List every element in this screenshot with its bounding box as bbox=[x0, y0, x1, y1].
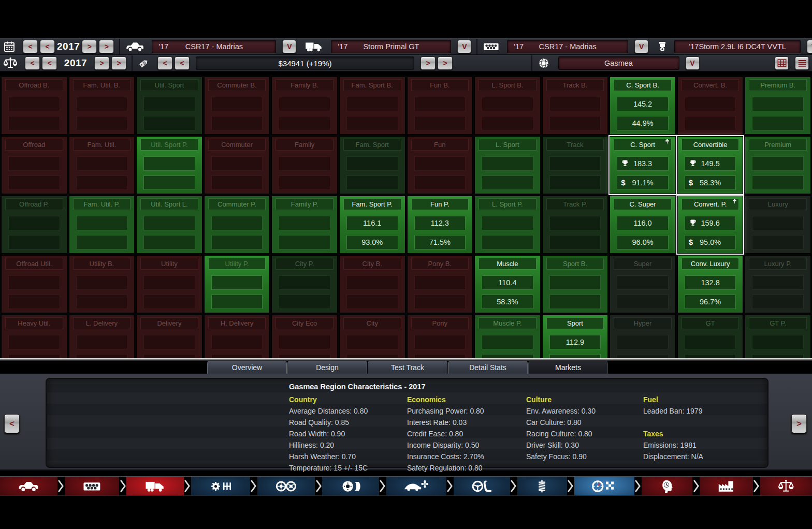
market-cell-fam-sport-p[interactable]: Fam. Sport P.116.193.0% bbox=[339, 196, 405, 254]
nav-item-brakes[interactable] bbox=[322, 477, 379, 495]
region-dropdown-button[interactable]: V bbox=[686, 56, 700, 70]
grid-view-button[interactable] bbox=[775, 56, 789, 70]
market-cell-util-sport[interactable]: Util. Sport bbox=[136, 77, 202, 135]
market-cell-utility[interactable]: Utility bbox=[136, 255, 202, 313]
price-up-fast-button[interactable]: > bbox=[438, 56, 453, 70]
market-cell-util-sport-l[interactable]: Util. Sport L. bbox=[136, 196, 202, 254]
tab-detail-stats[interactable]: Detail Stats bbox=[448, 361, 528, 374]
market-cell-label: L. Sport bbox=[479, 139, 536, 151]
engine-variant-dropdown[interactable]: '17Storm 2.9L I6 DC4T VVTL bbox=[674, 40, 801, 53]
panel-column-2: CultureEnv. Awareness: 0.30Car Culture: … bbox=[526, 394, 643, 474]
nav-item-engine[interactable] bbox=[65, 477, 120, 495]
market-cell-fam-sport-b[interactable]: Fam. Sport B. bbox=[339, 77, 405, 135]
market-cell-util-sport-p[interactable]: Util. Sport P. bbox=[136, 136, 202, 194]
nav-item-test-track[interactable] bbox=[574, 477, 634, 495]
nav-item-wheels[interactable] bbox=[257, 477, 315, 495]
nav-item-gearbox[interactable] bbox=[191, 477, 250, 495]
tab-overview[interactable]: Overview bbox=[207, 361, 287, 374]
market-cell-offroad-p[interactable]: Offroad P. bbox=[1, 196, 67, 254]
market-cell-fun-p[interactable]: Fun P.112.371.5% bbox=[407, 196, 473, 254]
panel-stat-car-culture: Car Culture: 0.80 bbox=[526, 417, 643, 428]
year-back-button[interactable]: < bbox=[40, 40, 55, 53]
market-cell-c-sport-b[interactable]: C. Sport B.145.244.9% bbox=[610, 77, 676, 135]
market-cell-city-b[interactable]: City B. bbox=[339, 255, 405, 313]
year-forward-fast-button[interactable]: > bbox=[99, 40, 114, 53]
list-view-button[interactable] bbox=[795, 56, 809, 70]
price-up-button[interactable]: > bbox=[421, 56, 436, 70]
market-cell-commuter-p[interactable]: Commuter P. bbox=[204, 196, 270, 254]
compare-year-forward-fast-button[interactable]: > bbox=[111, 56, 126, 70]
nav-item-interior[interactable] bbox=[454, 477, 510, 495]
engine-family-dropdown-button[interactable]: V bbox=[634, 40, 648, 53]
market-cell-label: City Eco bbox=[276, 317, 334, 329]
market-cell-c-sport[interactable]: C. Sport183.3$91.1% bbox=[610, 136, 676, 194]
market-cell-fam-util[interactable]: Fam. Util. bbox=[69, 136, 135, 194]
market-cell-l-sport[interactable]: L. Sport bbox=[474, 136, 541, 194]
nav-item-suspension[interactable] bbox=[517, 477, 567, 495]
nav-item-balance[interactable] bbox=[760, 477, 812, 495]
market-cell-offroad[interactable]: Offroad bbox=[1, 136, 67, 194]
market-cell-commuter-b[interactable]: Commuter B. bbox=[204, 77, 270, 135]
market-cell-premium[interactable]: Premium bbox=[745, 136, 811, 194]
market-demand-box bbox=[8, 295, 60, 309]
market-cell-fun-b[interactable]: Fun B. bbox=[407, 77, 473, 135]
market-cell-conv-luxury[interactable]: Conv. Luxury132.896.7% bbox=[677, 255, 744, 313]
engine-family-dropdown[interactable]: '17 CSR17 - Madrias bbox=[507, 40, 628, 53]
market-cell-convert-b[interactable]: Convert. B. bbox=[677, 77, 744, 135]
market-cell-family-p[interactable]: Family P. bbox=[271, 196, 338, 254]
market-cell-offroad-b[interactable]: Offroad B. bbox=[1, 77, 67, 135]
region-dropdown[interactable]: Gasmea bbox=[558, 56, 679, 70]
nav-item-car[interactable] bbox=[0, 477, 57, 495]
year-back-fast-button[interactable]: < bbox=[23, 40, 38, 53]
engine-variant-dropdown-button[interactable]: V bbox=[807, 40, 812, 53]
nav-item-transport[interactable] bbox=[126, 477, 184, 495]
page-next-button[interactable]: > bbox=[791, 414, 807, 433]
nav-item-aero[interactable] bbox=[386, 477, 446, 495]
market-cell-commuter[interactable]: Commuter bbox=[204, 136, 270, 194]
toolbar-separator bbox=[476, 39, 477, 54]
market-cell-pony-b[interactable]: Pony B. bbox=[407, 255, 473, 313]
market-cell-family[interactable]: Family bbox=[271, 136, 338, 194]
model-dropdown[interactable]: '17 CSR17 - Madrias bbox=[152, 40, 276, 53]
market-cell-convertible[interactable]: Convertible149.5$58.3% bbox=[677, 136, 744, 194]
tab-markets[interactable]: Markets bbox=[528, 361, 608, 374]
market-cell-l-sport-b[interactable]: L. Sport B. bbox=[474, 77, 541, 135]
compare-year-forward-button[interactable]: > bbox=[94, 56, 109, 70]
market-cell-family-b[interactable]: Family B. bbox=[271, 77, 338, 135]
trim-dropdown-button[interactable]: V bbox=[457, 40, 471, 53]
market-cell-luxury-p[interactable]: Luxury P. bbox=[745, 255, 811, 313]
nav-item-markets[interactable] bbox=[642, 477, 692, 495]
market-cell-fam-util-b[interactable]: Fam. Util. B. bbox=[69, 77, 135, 135]
market-cell-city-p[interactable]: City P. bbox=[271, 255, 338, 313]
market-cell-track[interactable]: Track bbox=[542, 136, 608, 194]
model-dropdown-button[interactable]: V bbox=[282, 40, 296, 53]
tab-test-track[interactable]: Test Track bbox=[368, 361, 447, 374]
market-cell-muscle[interactable]: Muscle110.458.3% bbox=[474, 255, 541, 313]
market-cell-utility-p[interactable]: Utility P. bbox=[204, 255, 270, 313]
year-forward-button[interactable]: > bbox=[82, 40, 97, 53]
market-cell-sport-b[interactable]: Sport B. bbox=[542, 255, 608, 313]
market-cell-c-super[interactable]: C. Super116.096.0% bbox=[610, 196, 676, 254]
nav-item-factory[interactable] bbox=[700, 477, 753, 495]
compare-year-back-button[interactable]: < bbox=[42, 56, 57, 70]
market-cell-convert-p[interactable]: Convert. P.159.6$95.0% bbox=[677, 196, 744, 254]
market-cell-fam-sport[interactable]: Fam. Sport bbox=[339, 136, 405, 194]
market-cell-super[interactable]: Super bbox=[610, 255, 676, 313]
trim-dropdown[interactable]: '17 Storm Primal GT bbox=[331, 40, 451, 53]
market-demand-box bbox=[76, 295, 128, 309]
market-cell-track-b[interactable]: Track B. bbox=[542, 77, 608, 135]
market-cell-l-sport-p[interactable]: L. Sport P. bbox=[474, 196, 541, 254]
market-cell-fun[interactable]: Fun bbox=[407, 136, 473, 194]
page-prev-button[interactable]: < bbox=[4, 414, 20, 433]
compare-year-back-fast-button[interactable]: < bbox=[25, 56, 40, 70]
market-cell-luxury[interactable]: Luxury bbox=[745, 196, 811, 254]
market-cell-offroad-util[interactable]: Offroad Util. bbox=[1, 255, 67, 313]
price-down-fast-button[interactable]: < bbox=[157, 56, 172, 70]
tab-design[interactable]: Design bbox=[287, 361, 367, 374]
market-cell-premium-b[interactable]: Premium B. bbox=[745, 77, 811, 135]
market-cell-utility-b[interactable]: Utility B. bbox=[69, 255, 135, 313]
market-score-box bbox=[76, 275, 128, 290]
market-cell-track-p[interactable]: Track P. bbox=[542, 196, 608, 254]
market-cell-fam-util-p[interactable]: Fam. Util. P. bbox=[69, 196, 135, 254]
price-down-button[interactable]: < bbox=[175, 56, 190, 70]
